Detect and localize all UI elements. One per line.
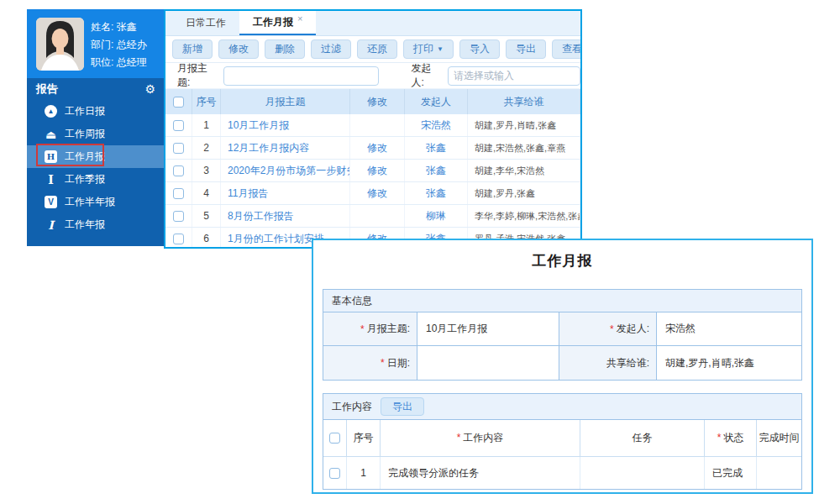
content-row-checkbox[interactable] <box>329 468 340 479</box>
initiator-link[interactable]: 张鑫 <box>405 137 468 159</box>
initiator-link[interactable]: 张鑫 <box>405 182 468 204</box>
required-mark: * <box>717 432 722 444</box>
print-button[interactable]: 打印 ▼ <box>403 39 454 59</box>
subject-field-value: 10月工作月报 <box>417 312 559 346</box>
initiator-link[interactable]: 宋浩然 <box>405 114 468 136</box>
modify-link[interactable] <box>350 205 405 227</box>
initiator-field-value: 宋浩然 <box>657 312 801 346</box>
profile-info: 姓名: 张鑫 部门: 总经办 职位: 总经理 <box>91 18 147 71</box>
edit-button[interactable]: 修改 <box>218 39 259 59</box>
import-button[interactable]: 导入 <box>459 39 500 59</box>
required-mark: * <box>610 323 614 335</box>
required-mark: * <box>381 357 385 369</box>
report-subject-link[interactable]: 2020年2月份市场第一步财务... <box>221 160 350 181</box>
table-row: 1 10月工作月报 宋浩然 胡建,罗丹,肖晴,张鑫 <box>165 114 580 137</box>
sidebar-item-daily-report[interactable]: ▲ 工作日报 <box>27 100 164 123</box>
row-checkbox[interactable] <box>173 120 184 131</box>
restore-button[interactable]: 还原 <box>357 39 397 59</box>
row-index: 3 <box>192 160 221 181</box>
sidebar-section-title: 报告 <box>36 81 58 97</box>
profile-dept-line: 部门: 总经办 <box>91 36 147 54</box>
tab-monthly-report[interactable]: 工作月报 × <box>239 11 316 35</box>
report-subject-link[interactable]: 8月份工作报告 <box>221 205 350 227</box>
column-header-no: 序号 <box>192 89 221 114</box>
row-index: 5 <box>192 205 221 227</box>
modify-link[interactable]: 修改 <box>350 160 405 181</box>
modify-link[interactable]: 修改 <box>350 182 405 204</box>
table-row: 3 2020年2月份市场第一步财务... 修改 张鑫 胡建,李华,宋浩然 <box>165 160 580 182</box>
monthly-report-icon: H <box>45 150 57 163</box>
tab-daily-work[interactable]: 日常工作 <box>172 11 239 35</box>
basic-info-header: 基本信息 <box>323 290 801 312</box>
app-canvas: 姓名: 张鑫 部门: 总经办 职位: 总经理 报告 ⚙ ▲ 工作日报 ⏏ 工作周… <box>0 0 840 504</box>
sidebar: 姓名: 张鑫 部门: 总经办 职位: 总经理 报告 ⚙ ▲ 工作日报 ⏏ 工作周… <box>27 9 164 246</box>
main-panel: 日常工作 工作月报 × 新增 修改 删除 过滤 还原 打印 ▼ 导入 导出 查看… <box>164 9 582 249</box>
sidebar-item-monthly-report[interactable]: H 工作月报 <box>27 145 164 168</box>
content-select-all-checkbox[interactable] <box>329 433 340 444</box>
filter-button[interactable]: 过滤 <box>311 39 351 59</box>
shared-field-label: 共享给谁: <box>559 346 657 380</box>
content-row-time <box>757 457 801 489</box>
toolbar: 新增 修改 删除 过滤 还原 打印 ▼ 导入 导出 查看日志 <box>165 36 580 63</box>
content-column-status: * 状态 <box>705 420 757 456</box>
sidebar-item-quarterly-report[interactable]: I 工作季报 <box>27 168 164 191</box>
sidebar-item-annual-report[interactable]: I 工作年报 <box>27 213 164 236</box>
content-column-time: 完成时间 <box>757 420 801 456</box>
work-content-title: 工作内容 <box>332 400 372 414</box>
initiator-link[interactable]: 张鑫 <box>405 160 468 181</box>
table-row: 5 8月份工作报告 柳琳 李华,李婷,柳琳,宋浩然,张鑫 <box>165 205 580 228</box>
profile-name-line: 姓名: 张鑫 <box>91 18 147 36</box>
column-header-initiator: 发起人 <box>405 89 468 114</box>
sidebar-item-weekly-report[interactable]: ⏏ 工作周报 <box>27 123 164 145</box>
row-index: 4 <box>192 182 221 204</box>
sidebar-item-label: 工作周报 <box>65 127 105 141</box>
modify-link[interactable]: 修改 <box>350 137 405 159</box>
report-subject-link[interactable]: 11月报告 <box>221 182 350 204</box>
report-subject-link[interactable]: 10月工作月报 <box>221 114 350 136</box>
content-column-task: 任务 <box>580 420 705 456</box>
add-button[interactable]: 新增 <box>172 39 213 59</box>
close-icon[interactable]: × <box>297 13 302 24</box>
subject-filter-input[interactable] <box>223 66 379 86</box>
row-index: 2 <box>192 137 221 159</box>
date-field-value <box>417 346 559 380</box>
table-row: 2 12月工作月报内容 修改 张鑫 胡建,宋浩然,张鑫,章燕 <box>165 137 580 160</box>
shared-with: 李华,李婷,柳琳,宋浩然,张鑫 <box>468 205 580 227</box>
export-button[interactable]: 导出 <box>506 39 546 59</box>
modify-link[interactable] <box>350 114 405 136</box>
content-row-index: 1 <box>347 457 381 489</box>
content-row-content: 完成领导分派的任务 <box>381 457 580 489</box>
subject-field-label: * 月报主题: <box>323 312 417 346</box>
shared-with: 胡建,李华,宋浩然 <box>468 160 580 181</box>
view-log-button[interactable]: 查看日志 <box>552 39 582 59</box>
row-checkbox[interactable] <box>173 165 184 176</box>
profile-title-line: 职位: 总经理 <box>91 54 147 71</box>
required-mark: * <box>457 432 461 444</box>
row-checkbox[interactable] <box>173 234 184 244</box>
column-header-modify: 修改 <box>350 89 405 114</box>
row-checkbox[interactable] <box>173 188 184 199</box>
select-all-checkbox[interactable] <box>173 97 184 108</box>
basic-info-form: * 月报主题: 10月工作月报 * 发起人: 宋浩然 * 日期: 共享给谁: <box>323 312 801 380</box>
initiator-filter-input[interactable] <box>448 66 580 86</box>
content-select-all-cell <box>323 420 347 456</box>
initiator-link[interactable]: 柳琳 <box>405 205 468 227</box>
report-subject-link[interactable]: 12月工作月报内容 <box>221 137 350 159</box>
sidebar-item-label: 工作月报 <box>65 150 105 164</box>
initiator-filter-label: 发起人: <box>411 61 443 90</box>
halfyear-report-icon: V <box>45 196 57 208</box>
user-profile-panel: 姓名: 张鑫 部门: 总经办 职位: 总经理 <box>27 9 164 78</box>
avatar <box>36 18 84 71</box>
sidebar-item-label: 工作半年报 <box>65 195 115 209</box>
sidebar-item-halfyear-report[interactable]: V 工作半年报 <box>27 191 164 213</box>
row-checkbox[interactable] <box>173 211 184 222</box>
table-row: 4 11月报告 修改 张鑫 胡建,罗丹,张鑫 <box>165 182 580 205</box>
required-mark: * <box>360 323 365 335</box>
content-column-content: * 工作内容 <box>381 420 580 456</box>
row-checkbox[interactable] <box>173 143 184 154</box>
export-content-button[interactable]: 导出 <box>381 397 424 416</box>
delete-button[interactable]: 删除 <box>265 39 305 59</box>
basic-info-section: 基本信息 * 月报主题: 10月工作月报 * 发起人: 宋浩然 * 日期: <box>323 289 802 381</box>
gear-icon[interactable]: ⚙ <box>144 82 155 96</box>
subject-filter-label: 月报主题: <box>177 61 218 90</box>
